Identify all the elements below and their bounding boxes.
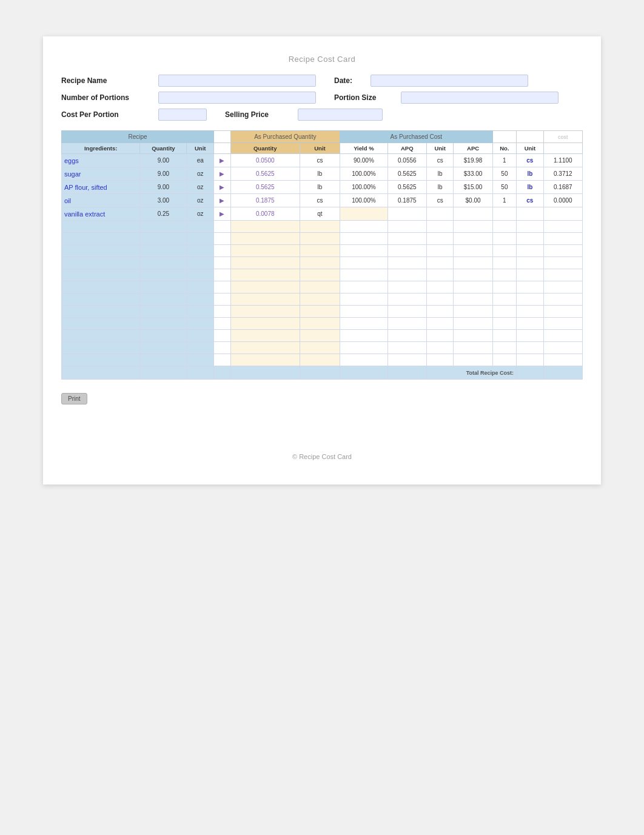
empty-cell — [454, 233, 492, 245]
apc-cell: $19.98 — [454, 154, 492, 167]
empty-cell — [492, 233, 516, 245]
ingredient-name[interactable]: vanilla extract — [64, 210, 105, 218]
recipe-qty-cell: 3.00 — [140, 194, 187, 207]
ingredient-name[interactable]: oil — [64, 197, 71, 204]
empty-cell — [140, 269, 187, 281]
selling-price-label: Selling Price — [225, 110, 298, 119]
ingredient-name[interactable]: AP flour, sifted — [64, 184, 107, 191]
empty-cell — [387, 293, 426, 306]
page-footer: © Recipe Cost Card — [61, 453, 583, 460]
cost-per-portion-label: Cost Per Portion — [61, 110, 158, 119]
empty-cell — [517, 293, 544, 306]
empty-cell — [230, 221, 300, 233]
ingredient-cell: AP flour, sifted — [62, 181, 140, 194]
table-row: eggs9.00ea▶0.0500cs90.00%0.0556cs$19.981… — [62, 154, 583, 167]
empty-table-row — [62, 318, 583, 330]
recipe-cost-card: Recipe Cost Card Recipe Name Date: Numbe… — [43, 36, 601, 485]
portions-input[interactable] — [158, 92, 316, 104]
total-cell — [230, 366, 300, 380]
selling-price-input[interactable] — [298, 109, 383, 121]
empty-cell — [517, 245, 544, 257]
empty-cell — [300, 293, 340, 306]
recipe-name-row: Recipe Name Date: — [61, 75, 583, 87]
ingredient-name[interactable]: eggs — [64, 157, 79, 164]
empty-cell — [62, 257, 140, 269]
empty-cell — [230, 342, 300, 354]
empty-table-row — [62, 281, 583, 293]
col-spacer — [213, 143, 230, 154]
col-apq-val: APQ — [387, 143, 426, 154]
apq-qty-cell: 0.5625 — [230, 167, 300, 181]
col-apq-unit: Unit — [300, 143, 340, 154]
empty-cell — [140, 257, 187, 269]
spacer-cell: ▶ — [213, 154, 230, 167]
table-row: sugar9.00oz▶0.5625lb100.00%0.5625lb$33.0… — [62, 167, 583, 181]
print-button[interactable]: Print — [61, 393, 87, 404]
empty-cell — [300, 233, 340, 245]
recipe-qty-cell: 9.00 — [140, 154, 187, 167]
empty-cell — [543, 342, 582, 354]
apc-unit-cell: lb — [426, 167, 454, 181]
total-cell — [187, 366, 214, 380]
cost-cell: 1.1100 — [543, 154, 582, 167]
recipe-name-input[interactable] — [158, 75, 316, 87]
empty-cell — [454, 245, 492, 257]
apq-val-cell: 0.5625 — [387, 167, 426, 181]
empty-cell — [300, 221, 340, 233]
portion-size-input[interactable] — [401, 92, 558, 104]
empty-cell — [213, 306, 230, 318]
empty-cell — [387, 354, 426, 366]
header-spacer1 — [213, 131, 230, 143]
empty-cell — [426, 306, 454, 318]
empty-table-row — [62, 233, 583, 245]
empty-cell — [300, 318, 340, 330]
empty-cell — [492, 293, 516, 306]
portion-size-label: Portion Size — [334, 93, 401, 102]
portions-label: Number of Portions — [61, 93, 158, 102]
apc-unit-cell: lb — [426, 181, 454, 194]
apc-unit-cell: cs — [426, 154, 454, 167]
cost-cell: 0.0000 — [543, 194, 582, 207]
col-recipe-qty: Quantity — [140, 143, 187, 154]
empty-cell — [213, 293, 230, 306]
empty-table-row — [62, 354, 583, 366]
empty-cell — [426, 318, 454, 330]
apc-cell: $33.00 — [454, 167, 492, 181]
cost-cell: 0.1687 — [543, 181, 582, 194]
empty-cell — [492, 342, 516, 354]
empty-cell — [300, 281, 340, 293]
recipe-name-label: Recipe Name — [61, 76, 158, 85]
empty-table-row — [62, 257, 583, 269]
total-row: Total Recipe Cost: — [62, 366, 583, 380]
yield-pct-cell: 100.00% — [340, 181, 388, 194]
empty-cell — [543, 233, 582, 245]
recipe-qty-cell: 9.00 — [140, 181, 187, 194]
unit-cell: lb — [517, 181, 544, 194]
yield-pct-cell: 100.00% — [340, 167, 388, 181]
empty-cell — [387, 281, 426, 293]
recipe-table: Recipe As Purchased Quantity As Purchase… — [61, 130, 583, 380]
header-apq: As Purchased Quantity — [230, 131, 340, 143]
unit-cell: lb — [517, 167, 544, 181]
apc-unit-cell: cs — [426, 194, 454, 207]
ingredient-cell: sugar — [62, 167, 140, 181]
empty-cell — [454, 318, 492, 330]
empty-cell — [230, 245, 300, 257]
spacer-cell: ▶ — [213, 167, 230, 181]
col-ingredients: Ingredients: — [62, 143, 140, 154]
empty-cell — [492, 354, 516, 366]
empty-cell — [426, 257, 454, 269]
empty-cell — [230, 330, 300, 342]
empty-cell — [140, 306, 187, 318]
cost-per-portion-value — [158, 109, 207, 121]
empty-cell — [62, 233, 140, 245]
date-input[interactable] — [371, 75, 528, 87]
col-apc-unit: Unit — [426, 143, 454, 154]
ingredient-cell: eggs — [62, 154, 140, 167]
ingredient-name[interactable]: sugar — [64, 170, 81, 178]
empty-cell — [140, 281, 187, 293]
apq-val-cell: 0.0556 — [387, 154, 426, 167]
empty-cell — [387, 330, 426, 342]
empty-cell — [517, 318, 544, 330]
empty-cell — [517, 281, 544, 293]
